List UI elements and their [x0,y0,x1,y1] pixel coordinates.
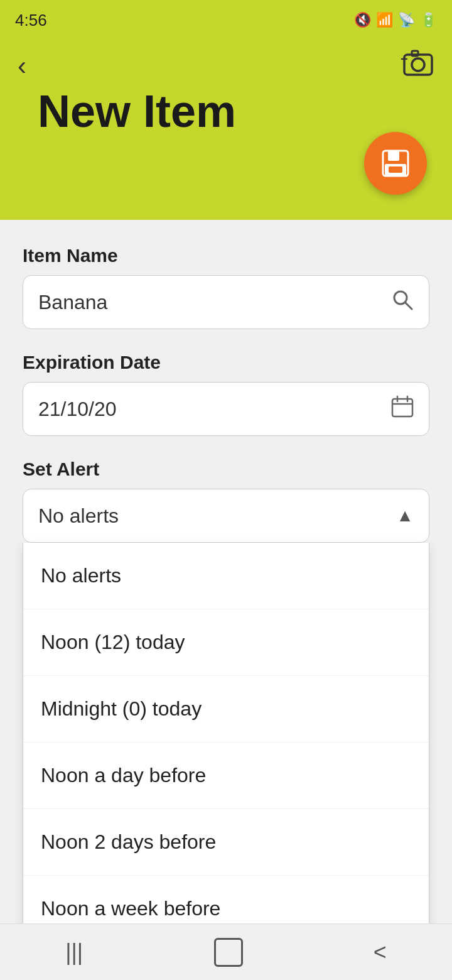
alert-option-noon-today[interactable]: Noon (12) today [23,609,429,676]
nav-home-icon[interactable] [214,938,243,967]
signal-icon: 📡 [398,12,415,28]
svg-point-1 [412,58,424,71]
page-title: New Item [38,85,429,137]
save-icon [380,148,411,179]
svg-rect-2 [412,51,418,56]
add-photo-button[interactable]: + [402,47,434,79]
item-name-label: Item Name [23,245,429,266]
plus-icon: + [401,52,408,67]
expiration-date-input[interactable] [38,398,391,421]
wifi-icon: 📶 [376,12,393,28]
status-bar: 4:56 🔇 📶 📡 🔋 [0,0,452,38]
alert-option-midnight-today[interactable]: Midnight (0) today [23,676,429,743]
set-alert-select[interactable]: No alerts ▲ [23,489,429,543]
alert-option-no-alerts[interactable]: No alerts [23,543,429,609]
alert-option-noon-day-before[interactable]: Noon a day before [23,743,429,809]
nav-bar: ||| < [0,923,452,980]
mute-icon: 🔇 [354,12,371,28]
item-name-field[interactable] [23,275,429,329]
form-content: Item Name Expiration Date Set Alert No a… [0,220,452,942]
battery-icon: 🔋 [420,12,437,28]
expiration-date-field[interactable] [23,382,429,436]
chevron-up-icon: ▲ [396,506,414,526]
search-icon [391,288,414,316]
header-top-row: ‹ + [0,38,452,79]
nav-back-icon[interactable]: < [374,939,387,966]
expiration-date-label: Expiration Date [23,352,429,373]
alert-dropdown: No alerts Noon (12) today Midnight (0) t… [23,543,429,942]
back-button[interactable]: ‹ [18,46,26,79]
item-name-input[interactable] [38,291,391,314]
set-alert-value: No alerts [38,504,396,528]
svg-rect-9 [392,399,412,416]
svg-rect-6 [389,166,402,173]
save-fab[interactable] [364,132,427,195]
calendar-icon [391,395,414,423]
page-title-container: New Item [0,79,452,137]
status-icons: 🔇 📶 📡 🔋 [354,12,437,28]
status-time: 4:56 [15,11,47,30]
alert-option-noon-2-days-before[interactable]: Noon 2 days before [23,809,429,876]
svg-line-8 [405,302,412,309]
set-alert-label: Set Alert [23,459,429,480]
nav-menu-icon[interactable]: ||| [65,939,83,966]
svg-rect-4 [388,151,399,161]
